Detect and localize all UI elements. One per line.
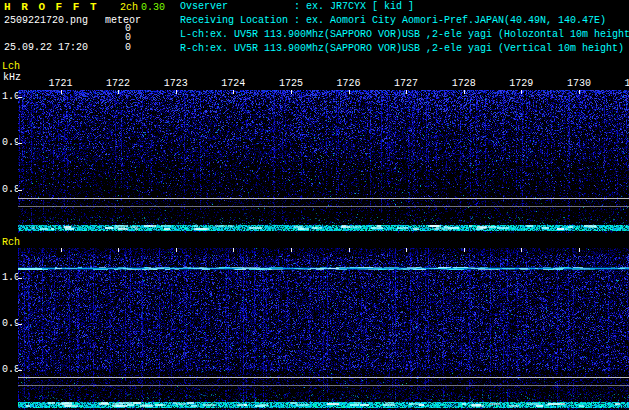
station-info-line: R-ch:ex. UV5R 113.900Mhz(SAPPORO VOR)USB…: [180, 44, 629, 58]
time-label: 1730: [566, 79, 592, 89]
datetime-label: 25.09.22 17:20: [4, 43, 88, 53]
time-label: 1724: [220, 79, 246, 89]
time-label: 1723: [163, 79, 189, 89]
rch-label: Rch: [2, 238, 20, 248]
time-label: 1731: [624, 79, 629, 89]
app-title: H R O F F T: [4, 2, 99, 12]
time-label: 1726: [336, 79, 362, 89]
app-version: 0.30: [141, 3, 165, 13]
time-label: 1725: [278, 79, 304, 89]
lch-label: Lch: [2, 62, 20, 72]
station-info-line: Receiving Location : ex. Aomori City Aom…: [180, 16, 629, 30]
output-filename: 2509221720.png: [4, 16, 88, 26]
station-info-line: Ovserver : ex. JR7CYX [ kid ]: [180, 2, 629, 16]
station-info-line: L-ch:ex. UV5R 113.900Mhz(SAPPORO VOR)USB…: [180, 30, 629, 44]
time-label: 1721: [48, 79, 74, 89]
lch-spectrogram: [18, 90, 629, 233]
time-label: 1728: [451, 79, 477, 89]
hrofft-screen: H R O F F T 2ch 0.30 2509221720.png mete…: [0, 0, 629, 410]
rch-spectrogram: [18, 248, 629, 410]
time-label: 1727: [393, 79, 419, 89]
station-info: Ovserver : ex. JR7CYX [ kid ]Receiving L…: [180, 2, 629, 58]
meteor-count-3: 0: [121, 43, 131, 53]
time-axis: 1721172217231724172517261727172817291730…: [0, 79, 629, 89]
channel-mode-label: 2ch: [120, 3, 138, 13]
time-label: 1722: [105, 79, 131, 89]
time-label: 1729: [508, 79, 534, 89]
